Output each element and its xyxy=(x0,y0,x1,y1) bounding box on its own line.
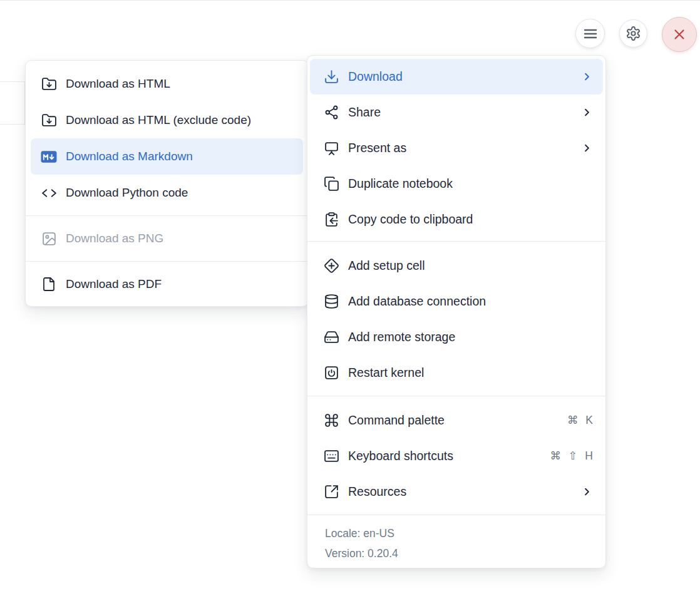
menu-section-notebook-actions: Add setup cell Add database connection xyxy=(307,241,605,396)
menu-item-add-database-connection[interactable]: Add database connection xyxy=(310,284,603,319)
chevron-right-icon xyxy=(581,486,593,498)
menu-item-command-palette[interactable]: Command palette ⌘ K xyxy=(310,403,603,438)
download-submenu: Download as HTML Download as HTML (exclu… xyxy=(25,60,309,307)
menu-item-add-remote-storage[interactable]: Add remote storage xyxy=(310,319,603,355)
menu-item-resources[interactable]: Resources xyxy=(310,474,603,510)
menu-item-label: Command palette xyxy=(348,413,445,428)
submenu-section-png: Download as PNG xyxy=(26,215,308,261)
hard-drive-icon xyxy=(323,329,339,345)
markdown-icon xyxy=(41,150,57,163)
folder-down-icon xyxy=(41,76,57,92)
duplicate-icon xyxy=(323,176,339,192)
menu-item-label: Duplicate notebook xyxy=(348,177,453,191)
menu-item-share[interactable]: Share xyxy=(310,95,603,130)
close-icon xyxy=(671,26,687,43)
keyboard-icon xyxy=(323,448,339,464)
menu-item-label: Add remote storage xyxy=(348,330,455,344)
command-icon xyxy=(323,413,339,428)
menu-item-label: Restart kernel xyxy=(348,366,424,380)
folder-down-icon xyxy=(41,113,57,128)
locale-text: Locale: en-US xyxy=(325,523,605,543)
page-top-border xyxy=(0,0,700,1)
menu-item-label: Download as HTML (exclude code) xyxy=(66,113,251,127)
background-cell-border xyxy=(0,124,25,125)
background-cell-border xyxy=(0,81,25,82)
menu-section-help: Command palette ⌘ K Keyboard shortcuts ⌘… xyxy=(307,396,605,515)
external-link-icon xyxy=(323,484,339,500)
chevron-right-icon xyxy=(581,106,593,118)
menu-item-present-as[interactable]: Present as xyxy=(310,130,603,166)
menu-item-label: Download as Markdown xyxy=(66,150,193,163)
share-icon xyxy=(323,105,339,120)
menu-footer: Locale: en-US Version: 0.20.4 xyxy=(307,515,605,568)
database-icon xyxy=(323,294,339,309)
image-icon xyxy=(41,231,57,247)
submenu-section-pdf: Download as PDF xyxy=(26,261,308,306)
menu-section-document-actions: Download Share xyxy=(307,56,605,241)
keyboard-shortcut: ⌘ ⇧ H xyxy=(550,449,593,463)
settings-button[interactable] xyxy=(619,19,647,48)
gear-icon xyxy=(625,26,641,41)
presentation-icon xyxy=(323,140,339,156)
menu-item-label: Copy code to clipboard xyxy=(348,212,473,227)
menu-item-copy-code-to-clipboard[interactable]: Copy code to clipboard xyxy=(310,202,603,237)
notebook-menu: Download Share xyxy=(307,55,606,568)
menu-item-label: Download as HTML xyxy=(66,77,170,91)
menu-item-duplicate-notebook[interactable]: Duplicate notebook xyxy=(310,166,603,202)
menu-item-label: Download as PNG xyxy=(66,232,163,245)
clipboard-copy-icon xyxy=(323,212,339,227)
menu-item-download-html-exclude-code[interactable]: Download as HTML (exclude code) xyxy=(31,102,303,138)
download-icon xyxy=(323,69,339,85)
chevron-right-icon xyxy=(581,71,593,83)
shutdown-button[interactable] xyxy=(662,17,697,52)
notebook-menu-button[interactable] xyxy=(575,19,605,48)
diamond-plus-icon xyxy=(323,258,339,274)
power-square-icon xyxy=(323,365,339,381)
menu-item-label: Add database connection xyxy=(348,294,486,309)
code-icon xyxy=(41,185,57,201)
menu-item-label: Download xyxy=(348,69,403,84)
menu-item-label: Keyboard shortcuts xyxy=(348,449,453,463)
menu-item-label: Download Python code xyxy=(66,186,188,200)
menu-item-download-pdf[interactable]: Download as PDF xyxy=(31,266,303,302)
menu-item-restart-kernel[interactable]: Restart kernel xyxy=(310,355,603,391)
menu-item-add-setup-cell[interactable]: Add setup cell xyxy=(310,248,603,284)
version-text: Version: 0.20.4 xyxy=(325,543,605,563)
hamburger-icon xyxy=(583,26,598,41)
menu-item-download-png[interactable]: Download as PNG xyxy=(31,220,303,257)
file-icon xyxy=(41,277,57,292)
menu-item-download-html[interactable]: Download as HTML xyxy=(31,66,303,102)
menu-item-label: Present as xyxy=(348,141,406,155)
keyboard-shortcut: ⌘ K xyxy=(567,414,593,427)
menu-item-keyboard-shortcuts[interactable]: Keyboard shortcuts ⌘ ⇧ H xyxy=(310,438,603,474)
submenu-section-formats: Download as HTML Download as HTML (exclu… xyxy=(26,61,308,215)
menu-item-download-markdown[interactable]: Download as Markdown xyxy=(31,138,303,175)
menu-item-label: Resources xyxy=(348,485,406,499)
menu-item-label: Add setup cell xyxy=(348,259,425,273)
chevron-right-icon xyxy=(581,142,593,154)
menu-item-download-python-code[interactable]: Download Python code xyxy=(31,175,303,211)
menu-item-label: Share xyxy=(348,105,381,120)
menu-item-label: Download as PDF xyxy=(66,277,162,291)
menu-item-download[interactable]: Download xyxy=(310,59,603,95)
